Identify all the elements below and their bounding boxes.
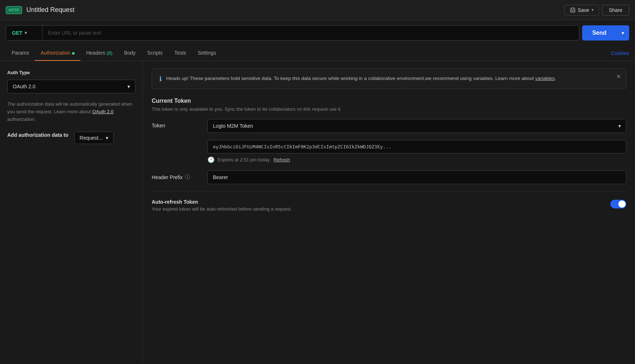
- token-label: Token: [152, 119, 199, 128]
- token-select-chevron-icon: ▾: [618, 123, 621, 129]
- topbar: HTTP Untitled Request Save ▾ Share: [0, 0, 635, 20]
- token-field: Logto M2M Token ▾: [207, 119, 626, 133]
- url-input-wrapper: GET ▾: [6, 25, 579, 41]
- request-title: Untitled Request: [26, 6, 75, 14]
- close-icon[interactable]: ✕: [616, 73, 621, 80]
- svg-rect-2: [571, 10, 575, 12]
- auth-type-select[interactable]: OAuth 2.0 ▾: [7, 80, 135, 93]
- token-value-spacer: [152, 140, 199, 144]
- auto-refresh-section: Auto-refresh Token Your expired token wi…: [152, 191, 626, 212]
- token-value-field: eyJhbGciOiJFUzM4NCIsInR5cCI6ImF0K2p3dCIs…: [207, 140, 626, 163]
- method-label: GET: [12, 30, 22, 36]
- method-select[interactable]: GET ▾: [6, 26, 42, 40]
- expiry-text: Expires at 2:51 pm today.: [218, 157, 270, 162]
- header-prefix-input[interactable]: [207, 170, 626, 184]
- tab-tests[interactable]: Tests: [168, 46, 192, 61]
- add-auth-row: Add authorization data to Request... ▾: [7, 132, 135, 144]
- auto-refresh-toggle[interactable]: [610, 200, 626, 208]
- auto-refresh-title: Auto-refresh Token: [152, 199, 292, 205]
- header-prefix-row: Header Prefix ⓘ: [152, 170, 626, 184]
- expiry-row: 🕐 Expires at 2:51 pm today. Refresh: [207, 156, 626, 163]
- token-form-row: Token Logto M2M Token ▾: [152, 119, 626, 133]
- refresh-link[interactable]: Refresh: [273, 157, 290, 162]
- url-bar: GET ▾ Send ▾: [0, 20, 635, 46]
- current-token-title: Current Token: [152, 98, 626, 104]
- tab-settings[interactable]: Settings: [192, 46, 222, 61]
- cookies-link[interactable]: Cookies: [611, 46, 629, 60]
- tab-authorization[interactable]: Authorization: [35, 46, 80, 61]
- auth-type-label: Auth Type: [7, 70, 135, 75]
- tab-scripts[interactable]: Scripts: [142, 46, 169, 61]
- topbar-right: Save ▾ Share: [564, 5, 629, 16]
- warning-banner: ℹ Heads up! These parameters hold sensit…: [152, 68, 626, 89]
- token-value-row: eyJhbGciOiJFUzM4NCIsInR5cCI6ImF0K2p3dCIs…: [152, 140, 626, 163]
- save-icon: [570, 7, 576, 13]
- request-dropdown-label: Request...: [80, 135, 103, 141]
- request-dropdown-chevron-icon: ▾: [106, 135, 108, 141]
- clock-icon: 🕐: [207, 156, 215, 163]
- tabs: Params Authorization Headers (8) Body Sc…: [0, 46, 635, 61]
- url-input[interactable]: [42, 26, 579, 40]
- token-select[interactable]: Logto M2M Token ▾: [207, 119, 626, 133]
- http-badge: HTTP: [6, 6, 22, 14]
- token-name: Logto M2M Token: [213, 123, 253, 129]
- info-circle-icon: ℹ: [159, 75, 162, 83]
- svg-rect-0: [571, 8, 575, 12]
- auth-type-value: OAuth 2.0: [13, 84, 35, 89]
- topbar-left: HTTP Untitled Request: [6, 6, 75, 14]
- add-auth-text: Add authorization data to: [7, 132, 68, 139]
- tab-headers[interactable]: Headers (8): [80, 46, 118, 61]
- auth-type-chevron-icon: ▾: [127, 84, 130, 89]
- token-value-display: eyJhbGciOiJFUzM4NCIsInR5cCI6ImF0K2p3dCIs…: [207, 140, 626, 153]
- header-prefix-label-wrapper: Header Prefix ⓘ: [152, 170, 199, 181]
- current-token-subtitle: This token is only available to you. Syn…: [152, 106, 626, 112]
- current-token-section: Current Token This token is only availab…: [152, 98, 626, 212]
- add-auth-to-dropdown[interactable]: Request... ▾: [74, 132, 114, 144]
- send-button[interactable]: Send: [582, 25, 617, 41]
- tab-params[interactable]: Params: [6, 46, 35, 61]
- authorization-dot: [72, 52, 75, 55]
- header-prefix-info-icon[interactable]: ⓘ: [185, 174, 190, 181]
- auto-refresh-desc: Your expired token will be auto-refreshe…: [152, 206, 292, 212]
- main-content: Auth Type OAuth 2.0 ▾ The authorization …: [0, 61, 635, 363]
- header-prefix-label: Header Prefix: [152, 174, 183, 180]
- method-chevron-icon: ▾: [25, 30, 27, 35]
- share-button[interactable]: Share: [602, 5, 629, 16]
- auto-refresh-info: Auto-refresh Token Your expired token wi…: [152, 199, 292, 212]
- save-button[interactable]: Save ▾: [564, 5, 599, 16]
- send-btn-group: Send ▾: [582, 25, 629, 41]
- auto-refresh-row: Auto-refresh Token Your expired token wi…: [152, 199, 626, 212]
- header-prefix-field: [207, 170, 626, 184]
- warning-text: Heads up! These parameters hold sensitiv…: [166, 75, 619, 82]
- left-panel: Auth Type OAuth 2.0 ▾ The authorization …: [0, 61, 143, 363]
- variables-link[interactable]: variables: [535, 76, 555, 81]
- send-dropdown-button[interactable]: ▾: [617, 25, 629, 41]
- oauth-link[interactable]: OAuth 2.0: [92, 109, 114, 114]
- right-panel: ℹ Heads up! These parameters hold sensit…: [143, 61, 635, 363]
- save-dropdown-icon: ▾: [592, 8, 594, 12]
- auth-description: The authorization data will be automatic…: [7, 101, 135, 123]
- svg-rect-1: [572, 8, 574, 10]
- tab-body[interactable]: Body: [118, 46, 142, 61]
